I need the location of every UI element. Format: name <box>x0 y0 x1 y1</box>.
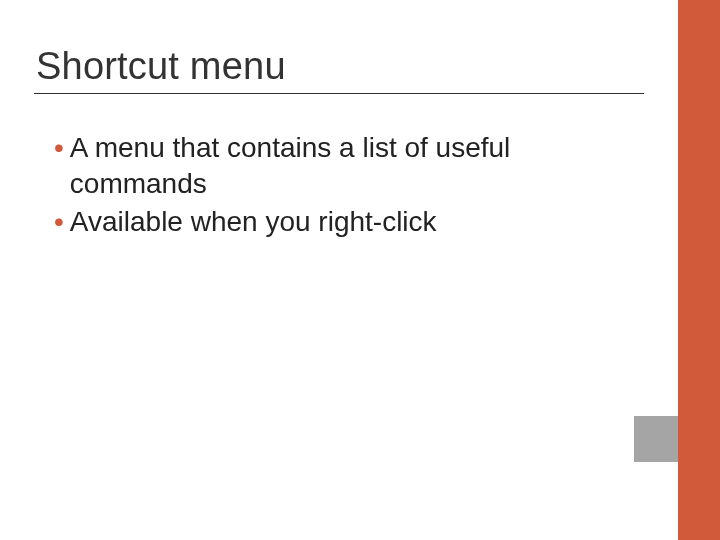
sidebar-decoration <box>678 0 720 540</box>
bullet-item: • A menu that contains a list of useful … <box>54 130 614 202</box>
title-underline <box>34 93 644 94</box>
bullet-text: A menu that contains a list of useful co… <box>70 130 614 202</box>
bullet-marker-icon: • <box>54 204 64 240</box>
slide: Shortcut menu • A menu that contains a l… <box>0 0 720 540</box>
bullet-marker-icon: • <box>54 130 64 166</box>
slide-content: • A menu that contains a list of useful … <box>54 130 614 242</box>
bullet-item: • Available when you right-click <box>54 204 614 240</box>
sidebar-orange-bar <box>678 0 720 540</box>
sidebar-gray-block <box>634 416 678 462</box>
slide-title: Shortcut menu <box>36 45 286 88</box>
bullet-text: Available when you right-click <box>70 204 437 240</box>
